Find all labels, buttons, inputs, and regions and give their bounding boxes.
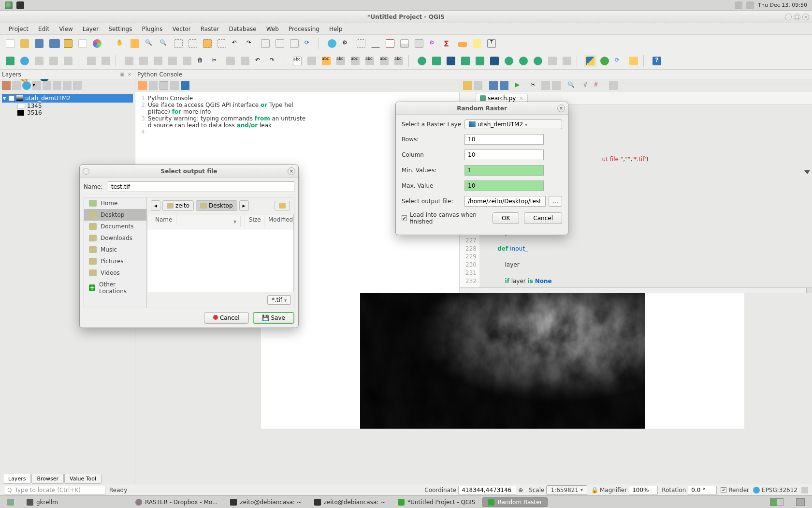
h-scrollbar[interactable] [806,288,812,293]
new-vector-button[interactable] [33,55,45,67]
annotation-button[interactable]: T [485,37,498,50]
min-input[interactable] [464,165,544,176]
copy-button[interactable] [224,55,237,67]
label-button5[interactable]: abc [349,55,362,67]
pyconsole-run-icon[interactable] [149,81,158,90]
menu-database[interactable]: Database [229,26,256,32]
zoom-last-button[interactable]: ↶ [230,37,243,50]
tab-layers[interactable]: Layers [3,474,31,484]
file-cancel-button[interactable]: Cancel [204,312,249,324]
load-canvas-checkbox[interactable]: ✔Load into canvas when finished [402,211,493,225]
close-icon[interactable]: × [288,167,295,175]
label-button8[interactable]: abc [392,55,405,67]
plugin-button9[interactable] [532,55,544,67]
pan-button[interactable]: ✋ [114,37,127,50]
menu-vector[interactable]: Vector [172,26,190,32]
layers-collapse-icon[interactable] [63,81,72,90]
menu-layer[interactable]: Layer [83,26,99,32]
crs-label[interactable]: EPSG:32612 [762,487,798,493]
menu-help[interactable]: Help [329,26,342,32]
menu-plugins[interactable]: Plugins [142,26,162,32]
menu-settings[interactable]: Settings [108,26,132,32]
label-button6[interactable]: abc [363,55,376,67]
breadcrumb-back[interactable]: ◂ [151,200,160,211]
menu-edit[interactable]: Edit [38,26,49,32]
edit-button5[interactable] [152,55,164,67]
edit-button1[interactable] [85,55,98,67]
breadcrumb-user[interactable]: zeito [162,200,194,211]
editor-paste-icon[interactable] [552,81,561,90]
label-button1[interactable]: abc [291,55,304,67]
task-random-raster[interactable]: Random Raster [482,497,547,507]
zoom-next-button[interactable]: ↷ [245,37,257,50]
editor-new-icon[interactable] [474,81,482,90]
undock-icon[interactable]: ▣ [118,71,125,78]
edit-button4[interactable] [137,55,150,67]
cols-input[interactable] [464,149,544,160]
sidebar-music[interactable]: Music [84,244,146,255]
open-project-button[interactable] [18,37,31,50]
layers-add-group-icon[interactable] [12,81,21,90]
label-button4[interactable]: abc [334,55,347,67]
map-tips-button[interactable] [471,37,483,50]
clock-text[interactable]: Thu Dec 13, 09:50 [758,2,807,8]
field-calculator-button[interactable] [413,37,425,50]
style-manager-button[interactable] [91,37,103,50]
plugin-button13[interactable]: ⟳ [613,55,625,67]
ok-button[interactable]: OK [493,212,519,224]
editor-object-inspector-icon[interactable] [609,81,618,90]
workspace-button[interactable] [791,497,810,508]
plugin-button5[interactable] [474,55,486,67]
layer-item-utah[interactable]: ▾ ✔ utah_demUTM2 [2,94,133,103]
lock-icon[interactable]: 🔒 [591,487,598,493]
pyconsole-editor-icon[interactable] [160,81,168,90]
measure-button[interactable] [456,37,469,50]
pan-to-selection-button[interactable] [129,37,141,50]
editor-run-icon[interactable]: ▶ [515,81,524,90]
select-by-value-button[interactable] [369,37,382,50]
task-terminal-1[interactable]: zeito@debiancasa: ~ [225,497,306,507]
edit-button2[interactable] [100,55,112,67]
label-button3[interactable]: abc [320,55,333,67]
plugin-button10[interactable] [546,55,559,67]
close-panel-icon[interactable]: × [126,71,133,78]
maximize-button[interactable]: ▢ [794,14,800,20]
task-firefox[interactable]: RASTER - Dropbox - Mo... [130,497,223,507]
crs-icon[interactable] [753,487,760,493]
tab-valuetool[interactable]: Value Tool [64,474,102,484]
plugin-button14[interactable] [627,55,640,67]
plugin-button7[interactable] [503,55,515,67]
breadcrumb-forward[interactable]: ▸ [239,200,249,211]
attribute-table-button[interactable] [398,37,411,50]
workspace-switcher[interactable] [765,497,789,508]
identify-button[interactable] [326,37,338,50]
plugin-button4[interactable] [459,55,472,67]
breadcrumb-desktop[interactable]: Desktop [196,200,237,211]
refresh-button[interactable]: ⟳ [303,37,315,50]
coord-toggle-icon[interactable]: ⊕ [518,487,525,493]
file-list[interactable] [147,229,294,292]
filename-input[interactable] [108,181,294,192]
paste-button[interactable] [239,55,251,67]
deselect-button[interactable] [384,37,396,50]
zoom-out-button[interactable]: 🔍 [158,37,170,50]
show-desktop-button[interactable] [2,497,19,507]
new-print-layout-button[interactable] [62,37,74,50]
minimize-button[interactable]: – [785,14,792,20]
label-button2[interactable] [305,55,318,67]
toolbox-button[interactable]: ⚙ [427,37,440,50]
new-map-view-button[interactable] [259,37,272,50]
editor-saveas-icon[interactable] [500,81,508,90]
menu-project[interactable]: Project [9,26,29,32]
new-spatialite-button[interactable] [62,55,74,67]
action-button[interactable]: ⚙ [340,37,353,50]
close-button[interactable]: × [802,14,809,20]
editor-uncomment-icon[interactable]: # [594,81,602,90]
edit-button7[interactable] [181,55,193,67]
plugin-reload-button[interactable] [598,55,611,67]
volume-icon[interactable] [735,1,742,9]
close-icon[interactable]: × [557,105,565,112]
pyconsole-help-icon[interactable] [181,81,189,90]
rows-input[interactable] [464,134,544,145]
apps-menu-icon[interactable] [5,1,13,9]
